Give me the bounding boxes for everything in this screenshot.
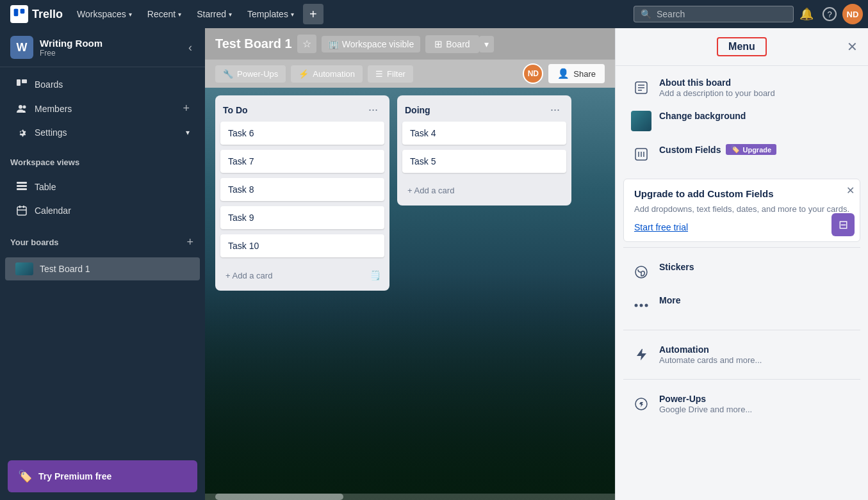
recent-menu[interactable]: Recent ▾ <box>141 5 188 23</box>
board-member-avatar[interactable]: ND <box>523 63 543 84</box>
card-task9[interactable]: Task 9 <box>220 206 384 229</box>
top-navigation: Trello Workspaces ▾ Recent ▾ Starred ▾ T… <box>0 0 868 28</box>
more-icon <box>631 295 651 316</box>
sidebar-collapse-button[interactable]: ‹ <box>186 38 195 57</box>
templates-chevron: ▾ <box>291 11 294 18</box>
create-button[interactable]: + <box>303 4 323 24</box>
visibility-icon: 🏢 <box>328 39 339 49</box>
card-task6[interactable]: Task 6 <box>220 122 384 145</box>
start-trial-link[interactable]: Start free trial <box>634 222 688 232</box>
sidebar-item-members[interactable]: Members + <box>5 97 200 120</box>
upgrade-fields-icon: ⊟ <box>839 218 848 232</box>
svg-rect-8 <box>17 188 27 190</box>
templates-menu[interactable]: Templates ▾ <box>241 5 300 23</box>
list-title-todo: To Do <box>223 105 248 115</box>
board-star-button[interactable]: ☆ <box>297 35 316 53</box>
notifications-button[interactable]: 🔔 <box>796 4 817 24</box>
menu-items-section: About this board Add a description to yo… <box>616 66 868 176</box>
card-template-button-todo[interactable]: 🗒️ <box>366 266 384 284</box>
power-ups-button[interactable]: 🔧 Power-Ups <box>215 65 286 83</box>
svg-rect-2 <box>17 79 20 86</box>
menu-title: Menu <box>717 37 767 56</box>
board-title: Test Board 1 <box>215 36 292 51</box>
search-bar[interactable]: 🔍 <box>634 6 794 22</box>
stickers-content: Stickers <box>659 262 853 272</box>
boards-list: Test Board 1 <box>0 252 205 286</box>
app-logo[interactable]: Trello <box>5 3 68 26</box>
trello-logo-icon <box>10 5 28 23</box>
add-card-button-todo[interactable]: + Add a card <box>220 267 277 284</box>
about-board-title: About this board <box>659 77 853 88</box>
sidebar: W Writing Room Free ‹ Boards <box>0 28 205 500</box>
board-lists: To Do ··· Task 6 Task 7 Task 8 Task 9 Ta… <box>205 88 615 500</box>
sidebar-item-table[interactable]: Table <box>5 175 200 198</box>
boards-icon <box>15 78 28 91</box>
add-card-button-doing[interactable]: + Add a card <box>402 182 459 199</box>
workspace-plan: Free <box>40 49 179 58</box>
filter-button[interactable]: ☰ Filter <box>368 65 413 83</box>
starred-menu[interactable]: Starred ▾ <box>190 5 238 23</box>
add-board-button[interactable]: + <box>185 236 195 249</box>
custom-fields-icon <box>631 144 651 165</box>
search-input[interactable] <box>657 9 787 19</box>
add-member-button[interactable]: + <box>183 102 190 115</box>
premium-icon: 🏷️ <box>18 469 32 483</box>
settings-icon <box>15 126 28 139</box>
workspaces-menu[interactable]: Workspaces ▾ <box>70 5 138 23</box>
list-cards-doing: Task 4 Task 5 <box>397 122 571 178</box>
user-avatar[interactable]: ND <box>842 4 863 24</box>
svg-point-4 <box>19 105 22 109</box>
menu-item-stickers[interactable]: Stickers <box>623 255 860 289</box>
automation-section: Automation Automate cards and more... <box>616 333 868 376</box>
automation-menu-icon <box>631 344 651 365</box>
svg-rect-9 <box>17 207 26 215</box>
sidebar-item-calendar[interactable]: Calendar <box>5 199 200 222</box>
board-content: Test Board 1 ☆ 🏢 Workspace visible ⊞ Boa… <box>205 28 615 500</box>
share-button[interactable]: 👤 Share <box>548 64 605 83</box>
sidebar-board-test-board-1[interactable]: Test Board 1 <box>5 257 200 280</box>
automation-menu-subtitle: Automate cards and more... <box>659 355 853 365</box>
card-task5[interactable]: Task 5 <box>402 150 566 173</box>
list-menu-button-doing[interactable]: ··· <box>546 102 564 118</box>
your-boards-header: Your boards + <box>0 230 205 252</box>
background-title: Change background <box>659 111 853 121</box>
upgrade-popup-close-button[interactable]: ✕ <box>846 184 855 197</box>
svg-point-5 <box>23 105 26 108</box>
custom-fields-title: Custom Fields <box>659 145 721 155</box>
workspace-info: Writing Room Free <box>40 38 179 58</box>
menu-item-custom-fields[interactable]: Custom Fields 🏷️ Upgrade <box>623 138 860 171</box>
power-ups-menu-subtitle: Google Drive and more... <box>659 405 853 414</box>
svg-rect-6 <box>17 182 27 184</box>
automation-icon: ⚡ <box>299 69 309 79</box>
upgrade-popup-description: Add dropdowns, text fields, dates, and m… <box>634 203 849 216</box>
sidebar-item-settings[interactable]: Settings ▾ <box>5 121 200 144</box>
board-view-button[interactable]: ⊞ Board <box>425 35 479 53</box>
card-task4[interactable]: Task 4 <box>402 122 566 145</box>
help-button[interactable]: ? <box>819 4 840 24</box>
sidebar-item-boards[interactable]: Boards <box>5 73 200 96</box>
board-view-dropdown[interactable]: ▾ <box>479 36 494 52</box>
menu-close-button[interactable]: ✕ <box>844 36 860 57</box>
card-task8[interactable]: Task 8 <box>220 178 384 201</box>
menu-item-automation[interactable]: Automation Automate cards and more... <box>623 338 860 371</box>
try-premium-button[interactable]: 🏷️ Try Premium free <box>8 460 197 492</box>
menu-divider-3 <box>623 379 860 380</box>
share-icon: 👤 <box>557 68 569 79</box>
menu-item-background[interactable]: Change background <box>623 104 860 138</box>
list-title-doing: Doing <box>405 105 430 115</box>
more-content: More <box>659 295 853 305</box>
menu-header: Menu ✕ <box>616 28 868 66</box>
menu-item-about[interactable]: About this board Add a description to yo… <box>623 71 860 104</box>
menu-item-power-ups[interactable]: Power-Ups Google Drive and more... <box>623 387 860 421</box>
menu-item-more[interactable]: More <box>623 289 860 322</box>
card-task7[interactable]: Task 7 <box>220 150 384 173</box>
about-board-icon <box>631 77 651 98</box>
board-visibility-button[interactable]: 🏢 Workspace visible <box>322 36 421 52</box>
recent-chevron: ▾ <box>178 11 181 18</box>
card-task10[interactable]: Task 10 <box>220 234 384 257</box>
automation-button[interactable]: ⚡ Automation <box>291 65 363 83</box>
workspace-views-items: Table Calendar <box>0 170 205 228</box>
about-board-content: About this board Add a description to yo… <box>659 77 853 98</box>
filter-icon: ☰ <box>375 69 383 79</box>
list-menu-button-todo[interactable]: ··· <box>364 102 382 118</box>
